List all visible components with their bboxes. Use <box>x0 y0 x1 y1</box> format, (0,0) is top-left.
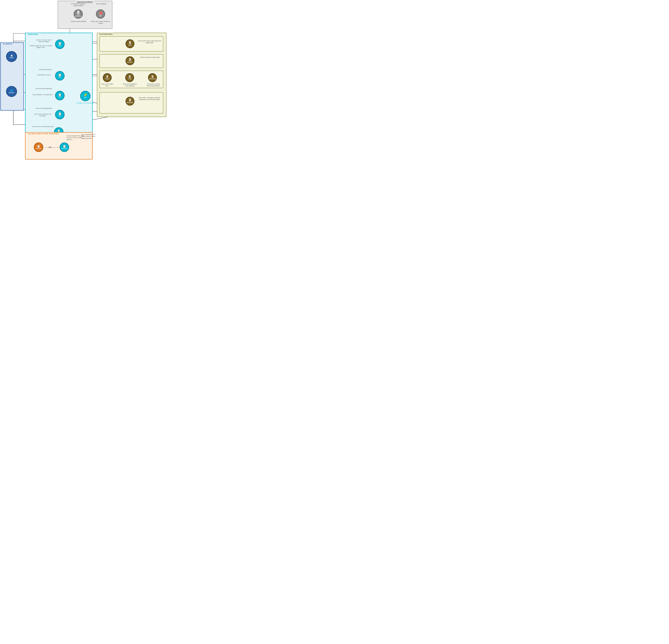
tac-server-icon[interactable]: 📋 TAC <box>55 71 65 81</box>
audit-db-label: Audit <box>128 78 131 80</box>
browser-icon[interactable]: 🌐 Browser <box>6 86 17 97</box>
monitoring-db-desc: Send data to Activity Monitoring databas… <box>144 83 162 87</box>
admin-db-desc: Store users, rights, roles... <box>100 83 114 87</box>
artifact-repo-label: Artifact Repository <box>74 15 82 17</box>
tdp-desc1: Access the Web application <box>34 88 54 89</box>
mdm-desc1: Govern & monitor master data and staging <box>34 39 53 43</box>
dqmart-db-icon: 🗄 DQ Mart <box>126 56 134 65</box>
git-label: Git <box>99 15 102 17</box>
artifact-repo-desc-top: Get software updates & publish artifacts <box>70 3 87 7</box>
tds-server-label: TDS <box>58 115 61 117</box>
git-top-text: Store metadata <box>94 3 109 5</box>
git-icon: 🐙 Git <box>96 10 105 18</box>
clients-box: CLIENTS 🖥 Studio 🌐 Browser <box>0 42 24 111</box>
tac-db-section: 🗄 Admin Store users, rights, roles... 🗄 … <box>99 71 163 88</box>
artifact-repo-bottom-text: Send & request artifacts <box>69 20 88 22</box>
databases-title: DATABASES <box>99 33 113 36</box>
tds-desc1: Access the Web application <box>34 108 54 109</box>
iam-server-label: IAM <box>84 97 87 98</box>
artifact-repo-top-text: Get software updates & publish artifacts <box>70 3 87 7</box>
jobserver-label: JobServer <box>61 148 68 150</box>
tac-desc2: Administrate & monitor <box>34 74 54 76</box>
audit-db-icon: 🗄 Audit <box>125 73 134 82</box>
tds-server-icon[interactable]: 📋 TDS <box>55 110 65 119</box>
git-bottom-text: Share Jobs, routes services & models <box>91 20 110 24</box>
admin-db-icon: 🗄 Admin <box>103 73 112 82</box>
dqmart-db-section: 🗄 DQ Mart Collect and govern data qualit… <box>99 54 163 68</box>
tdp-server-icon[interactable]: 📋 TDP <box>55 91 65 100</box>
iam-server-icon[interactable]: 🔑 IAM <box>80 91 90 101</box>
execution-title: TALEND EXECUTION SERVERS <box>27 132 59 135</box>
studio-label: Studio <box>10 57 14 59</box>
mongodb-db-icon: 🗄 MongoDB <box>126 97 134 106</box>
deployment-desc-label: Set up deployment forJobs, services, rou… <box>81 134 105 139</box>
servers-box: SERVERS Govern & monitor master data and… <box>25 33 92 142</box>
mdm-desc2: Publish system data such as models, trig… <box>29 45 54 48</box>
servers-title: SERVERS <box>27 33 39 36</box>
mongodb-db-desc: Store tasks, campaigns, datasets, prepar… <box>138 97 162 101</box>
mdm-db-label: MDM <box>128 44 132 46</box>
artifact-repository-icon: 🗄 Artifact Repository <box>74 10 83 18</box>
mdm-db-icon: 🗄 MDM <box>126 39 134 48</box>
tac-desc1: Check authorizations <box>36 69 54 70</box>
monitoring-db-icon: 🗄 Monitoring <box>148 73 157 82</box>
databases-box: DATABASES 🗄 MDM Store system data, maste… <box>97 33 167 117</box>
mdm-db-section: 🗄 MDM Store system data, master data and… <box>99 36 163 52</box>
dqmart-db-label: DQ Mart <box>127 61 132 63</box>
or-arrow <box>44 146 60 149</box>
audit-db-desc: Send Job metadata to Audit database <box>122 83 138 87</box>
dict-desc1: Add, remove or edit semantic types <box>32 126 54 127</box>
clients-title: CLIENTS <box>2 43 13 45</box>
admin-db-label: Admin <box>105 78 109 80</box>
browser-label: Browser <box>9 92 14 94</box>
studio-icon[interactable]: 🖥 Studio <box>6 51 17 62</box>
mdm-db-desc: Store system data, master data and stagi… <box>138 40 161 44</box>
monitoring-db-label: Monitoring <box>149 78 156 80</box>
tac-server-label: TAC <box>58 76 61 78</box>
repositories-box: REPOSITORIES Get software updates & publ… <box>58 1 112 29</box>
runtime-label: Runtime <box>36 148 41 150</box>
mdm-server-icon[interactable]: 📋 MDM <box>55 40 65 49</box>
tdp-desc2: Create datasets, run preparations <box>32 94 54 96</box>
mdm-server-label: MDM <box>58 45 61 46</box>
dqmart-db-desc: Collect and govern data quality <box>139 56 161 58</box>
tds-desc2: Load, read or edit tasks into campaigns <box>32 113 54 117</box>
diagram-container: REPOSITORIES Get software updates & publ… <box>0 0 167 161</box>
mongodb-db-label: MongoDB <box>127 102 133 103</box>
runtime-icon[interactable]: 📋 Runtime <box>34 142 43 152</box>
iam-desc: Manages SSO authentication <box>76 102 95 104</box>
mongodb-db-section: 🗄 MongoDB Store tasks, campaigns, datase… <box>99 92 163 113</box>
tdp-server-label: TDP <box>58 96 61 98</box>
jobserver-icon[interactable]: 📋 JobServer <box>60 142 69 152</box>
